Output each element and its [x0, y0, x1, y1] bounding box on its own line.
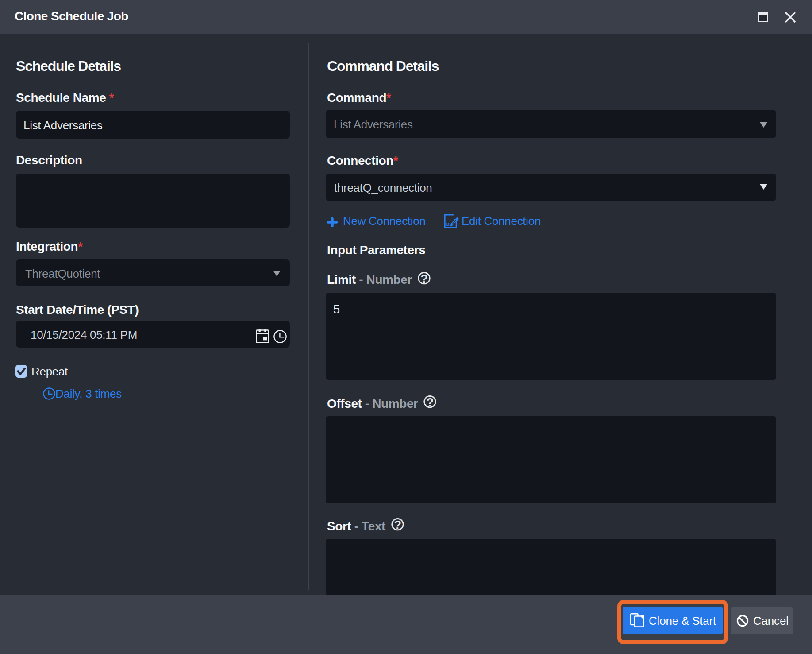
- svg-text:?: ?: [394, 519, 401, 531]
- svg-text:?: ?: [426, 396, 434, 408]
- svg-text:?: ?: [420, 272, 428, 285]
- svg-text:a: a: [446, 221, 450, 227]
